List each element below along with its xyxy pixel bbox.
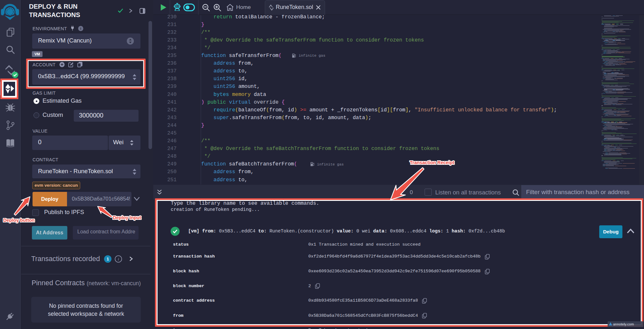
svg-text:i: i: [80, 26, 81, 30]
svg-text:i: i: [118, 257, 119, 261]
